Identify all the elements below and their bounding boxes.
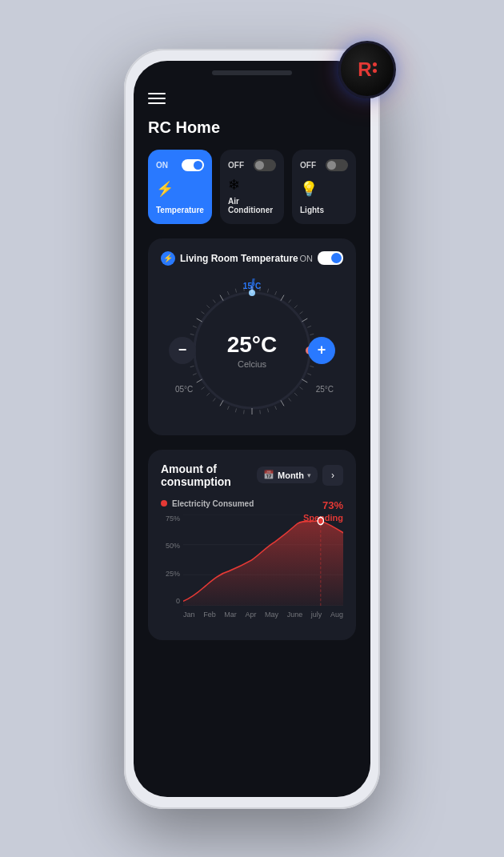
- menu-button[interactable]: [148, 93, 166, 104]
- x-label-mar: Mar: [224, 611, 237, 619]
- temp-toggle[interactable]: [182, 159, 204, 171]
- svg-line-18: [307, 373, 311, 374]
- legend-label: Electricity Consumed: [172, 499, 254, 508]
- svg-line-45: [206, 305, 210, 308]
- temp-icon: ⚡: [156, 180, 204, 198]
- svg-line-50: [244, 286, 245, 290]
- consumption-controls: 📅 Month ▾ ›: [257, 465, 343, 486]
- lights-toggle[interactable]: [326, 159, 348, 171]
- y-axis-labels: 75% 50% 25% 0: [161, 515, 180, 619]
- rc-logo-badge: R: [338, 41, 396, 98]
- svg-line-12: [307, 326, 311, 327]
- svg-line-48: [227, 291, 229, 295]
- gauge-unit-label: Celcius: [227, 359, 278, 369]
- svg-line-5: [267, 288, 268, 292]
- svg-line-29: [235, 408, 236, 412]
- y-label-25: 25%: [161, 570, 180, 578]
- temperature-panel: ⚡ Living Room Temperature ON 15°C 05°C 2…: [148, 238, 356, 435]
- svg-line-34: [202, 386, 205, 389]
- temp-decrease-button[interactable]: −: [169, 337, 196, 364]
- y-label-75: 75%: [161, 515, 180, 523]
- x-label-july: july: [311, 611, 322, 619]
- consumption-chart: Electricity Consumed 73% Spending 75% 50…: [161, 499, 343, 627]
- x-label-may: May: [265, 611, 278, 619]
- svg-line-36: [193, 373, 197, 374]
- month-label: Month: [278, 471, 304, 480]
- svg-line-47: [220, 294, 223, 300]
- svg-line-13: [310, 334, 314, 334]
- svg-line-10: [300, 311, 303, 314]
- consumption-title: Amount of consumption: [161, 463, 257, 488]
- svg-line-21: [294, 393, 298, 396]
- consumption-next-button[interactable]: ›: [322, 465, 343, 486]
- ac-icon: ❄: [228, 176, 276, 194]
- device-card-temperature[interactable]: ON ⚡ Temperature: [148, 150, 212, 224]
- device-card-ac[interactable]: OFF ❄ Air Conditioner: [220, 150, 284, 224]
- svg-line-25: [267, 408, 268, 412]
- svg-line-6: [275, 291, 277, 295]
- svg-line-9: [294, 305, 298, 308]
- month-selector[interactable]: 📅 Month ▾: [257, 467, 318, 483]
- svg-line-24: [275, 406, 277, 410]
- svg-line-32: [213, 398, 215, 401]
- app-header: [148, 93, 356, 104]
- notch: [212, 70, 292, 75]
- svg-line-17: [310, 366, 314, 366]
- device-cards-row: ON ⚡ Temperature OFF: [148, 150, 356, 224]
- x-label-june: June: [287, 611, 303, 619]
- svg-line-41: [190, 334, 194, 334]
- svg-line-28: [244, 410, 245, 414]
- lights-label: Lights: [300, 206, 348, 214]
- svg-line-11: [302, 318, 307, 322]
- temp-on-label: ON: [300, 254, 314, 263]
- temp-panel-toggle-switch[interactable]: [318, 251, 343, 265]
- svg-line-46: [213, 299, 215, 302]
- chart-svg: [183, 515, 343, 606]
- chart-svg-container: [183, 515, 343, 606]
- svg-line-42: [193, 326, 197, 327]
- page-title: RC Home: [148, 118, 356, 137]
- ac-label: Air Conditioner: [228, 197, 276, 214]
- svg-line-37: [190, 366, 194, 366]
- x-label-apr: Apr: [245, 611, 256, 619]
- svg-line-8: [289, 299, 291, 302]
- svg-line-35: [197, 379, 202, 382]
- lights-status: OFF: [300, 161, 316, 170]
- svg-line-26: [260, 410, 261, 414]
- lights-icon: 💡: [300, 180, 348, 198]
- temp-panel-toggle-group: ON: [300, 251, 344, 265]
- svg-line-7: [281, 294, 284, 300]
- svg-line-22: [289, 398, 291, 401]
- bolt-icon: ⚡: [161, 251, 175, 266]
- temperature-gauge: 15°C 05°C 25°C: [161, 278, 343, 422]
- chart-area: 75% 50% 25% 0: [161, 515, 343, 619]
- x-label-jan: Jan: [183, 611, 195, 619]
- x-label-feb: Feb: [203, 611, 216, 619]
- temp-panel-title-text: Living Room Temperature: [180, 253, 298, 264]
- chevron-down-icon: ▾: [307, 471, 311, 479]
- calendar-icon: 📅: [263, 470, 274, 480]
- svg-line-44: [202, 311, 205, 314]
- ac-toggle[interactable]: [254, 159, 276, 171]
- device-card-lights[interactable]: OFF 💡 Lights: [292, 150, 356, 224]
- svg-line-33: [206, 393, 210, 396]
- temp-increase-button[interactable]: +: [308, 337, 335, 364]
- svg-line-20: [300, 386, 303, 389]
- legend-dot: [161, 500, 167, 507]
- temp-label: Temperature: [156, 206, 204, 214]
- svg-line-30: [227, 406, 229, 410]
- svg-line-49: [235, 288, 236, 292]
- consumption-header: Amount of consumption 📅 Month ▾ ›: [161, 463, 343, 488]
- x-label-aug: Aug: [330, 611, 343, 619]
- x-axis-labels: Jan Feb Mar Apr May June july Aug: [183, 611, 343, 619]
- y-label-0: 0: [161, 597, 180, 605]
- phone-frame: R RC Home ON: [124, 49, 380, 809]
- consumption-section: Amount of consumption 📅 Month ▾ ›: [148, 450, 356, 640]
- spending-percent: 73%: [303, 499, 343, 513]
- svg-line-19: [302, 379, 307, 382]
- y-label-50: 50%: [161, 542, 180, 550]
- phone-screen: RC Home ON ⚡ Temperature: [134, 61, 370, 797]
- temp-panel-header: ⚡ Living Room Temperature ON: [161, 251, 343, 266]
- temp-status: ON: [156, 161, 168, 170]
- svg-line-23: [281, 400, 284, 406]
